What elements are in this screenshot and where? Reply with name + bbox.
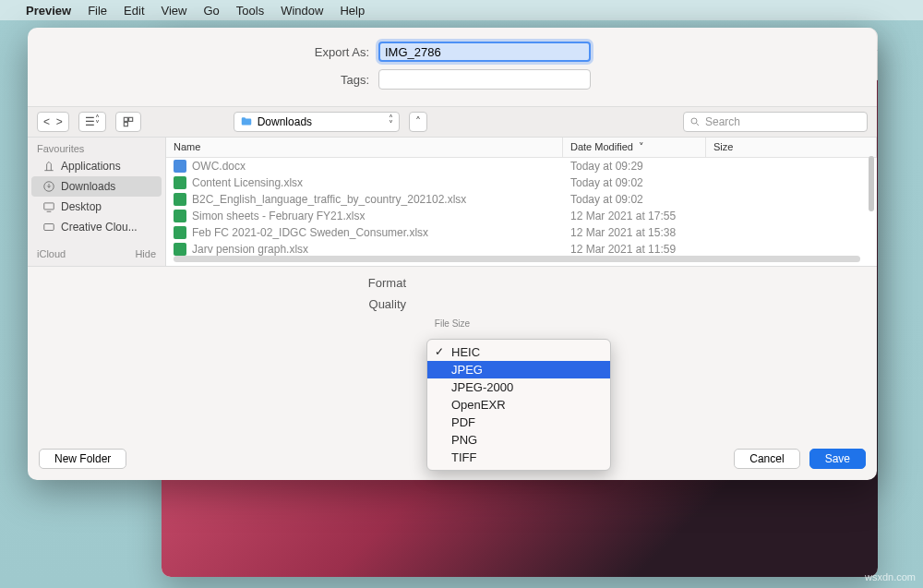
file-row[interactable]: B2C_English_language_traffic_by_country_… [166,191,877,208]
filesize-label: File Size [28,318,877,329]
sidebar: Favourites Applications Downloads Deskto… [28,138,166,266]
svg-rect-10 [124,117,127,121]
format-option-jpeg-2000[interactable]: JPEG-2000 [427,378,610,396]
collapse-sheet[interactable]: ˄ [409,112,427,132]
col-size[interactable]: Size [706,138,877,157]
sidebar-hide[interactable]: Hide [135,248,156,259]
format-option-jpeg[interactable]: JPEG [427,361,610,378]
export-sheet: Export As: Tags: < > ☰ ˄˅ Downloads ˄˅ ˄… [28,28,877,480]
watermark: wsxdn.com [865,571,916,582]
file-browser: Favourites Applications Downloads Deskto… [28,138,877,267]
format-label: Format [28,276,406,290]
new-folder-button[interactable]: New Folder [39,449,126,469]
menubar: Preview File Edit View Go Tools Window H… [0,0,923,20]
save-button[interactable]: Save [809,449,866,469]
tags-label: Tags: [46,73,369,87]
search-icon [689,116,701,127]
quality-label: Quality [28,297,406,311]
file-row[interactable]: OWC.docxToday at 09:29 [166,158,877,174]
pathbar: < > ☰ ˄˅ Downloads ˄˅ ˄ Search [28,106,877,138]
location-popup[interactable]: Downloads ˄˅ [234,112,400,132]
svg-line-14 [697,124,700,126]
sheet-search[interactable]: Search [683,112,868,132]
excel-icon [174,243,186,256]
excel-icon [174,210,186,222]
menu-tools[interactable]: Tools [236,4,264,18]
format-option-png[interactable]: PNG [427,431,610,449]
menu-file[interactable]: File [88,4,107,18]
app-name[interactable]: Preview [26,4,71,18]
group-button[interactable] [115,112,141,132]
file-row[interactable]: Feb FC 2021-02_IDGC Sweden_Consumer.xlsx… [166,224,877,241]
col-name[interactable]: Name [166,138,563,157]
menu-edit[interactable]: Edit [124,4,144,18]
format-option-pdf[interactable]: PDF [427,414,610,431]
svg-rect-16 [44,203,54,210]
sidebar-item-desktop[interactable]: Desktop [28,197,165,217]
sidebar-item-downloads[interactable]: Downloads [31,176,162,197]
horizontal-scrollbar[interactable] [174,256,860,262]
excel-icon [174,193,186,206]
cancel-button[interactable]: Cancel [734,449,799,469]
sidebar-item-creative-cloud[interactable]: Creative Clou... [28,217,165,237]
svg-rect-11 [128,117,132,121]
format-dropdown[interactable]: ✓HEICJPEGJPEG-2000OpenEXRPDFPNGTIFF [426,339,611,471]
view-mode[interactable]: ☰ ˄˅ [78,112,106,132]
excel-icon [174,226,186,239]
format-option-tiff[interactable]: TIFF [427,449,610,466]
sidebar-section-favourites: Favourites [37,143,84,154]
menu-help[interactable]: Help [340,4,365,18]
tags-field[interactable] [378,69,591,90]
sidebar-section-icloud: iCloud [37,248,66,259]
vertical-scrollbar[interactable] [869,156,874,211]
word-icon [174,160,186,173]
svg-point-13 [691,118,697,124]
col-date[interactable]: Date Modified ˅ [563,138,706,157]
excel-icon [174,176,186,189]
svg-rect-12 [124,123,127,126]
format-option-heic[interactable]: ✓HEIC [427,343,610,361]
menu-go[interactable]: Go [203,4,219,18]
sidebar-item-applications[interactable]: Applications [28,156,165,176]
folder-icon [240,115,253,128]
file-row[interactable]: Content Licensing.xlsxToday at 09:02 [166,174,877,191]
menu-view[interactable]: View [162,4,187,18]
file-list: Name Date Modified ˅ Size OWC.docxToday … [166,138,877,266]
location-label: Downloads [258,115,312,128]
svg-rect-18 [44,224,54,231]
exportas-field[interactable] [378,42,591,62]
menu-window[interactable]: Window [281,4,323,18]
nav-back-forward[interactable]: < > [37,112,69,132]
format-option-openexr[interactable]: OpenEXR [427,396,610,414]
exportas-label: Export As: [46,45,369,59]
file-row[interactable]: Simon sheets - February FY21.xlsx12 Mar … [166,208,877,224]
